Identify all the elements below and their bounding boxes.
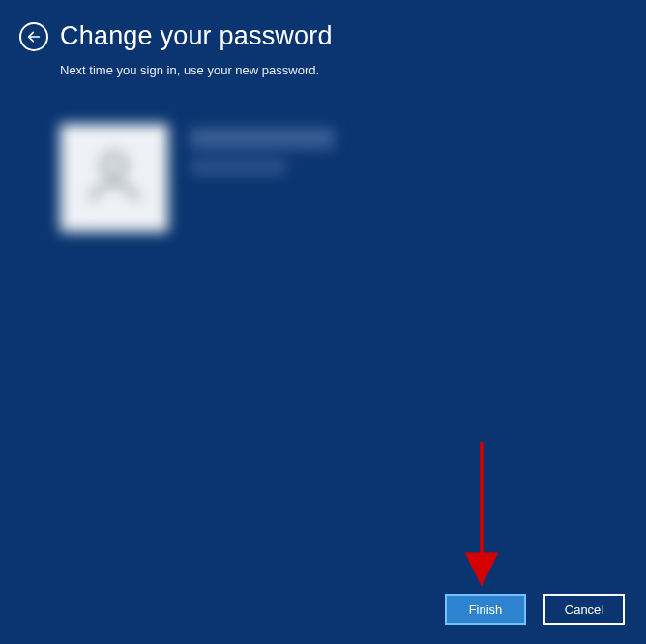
account-name-blurred [190,128,335,149]
arrow-left-icon [26,29,42,44]
back-button[interactable] [19,22,48,51]
cancel-button[interactable]: Cancel [543,594,625,625]
page-header: Change your password [0,0,646,57]
annotation-arrow-icon [462,440,501,590]
account-summary [60,124,646,232]
button-row: Finish Cancel [445,594,625,625]
account-type-blurred [190,159,286,176]
user-icon [77,139,151,217]
svg-point-1 [103,155,126,177]
page-title: Change your password [60,21,333,51]
page-subtitle: Next time you sign in, use your new pass… [60,63,646,77]
account-text-blurred [190,128,335,176]
avatar [60,124,168,232]
finish-button[interactable]: Finish [445,594,526,625]
